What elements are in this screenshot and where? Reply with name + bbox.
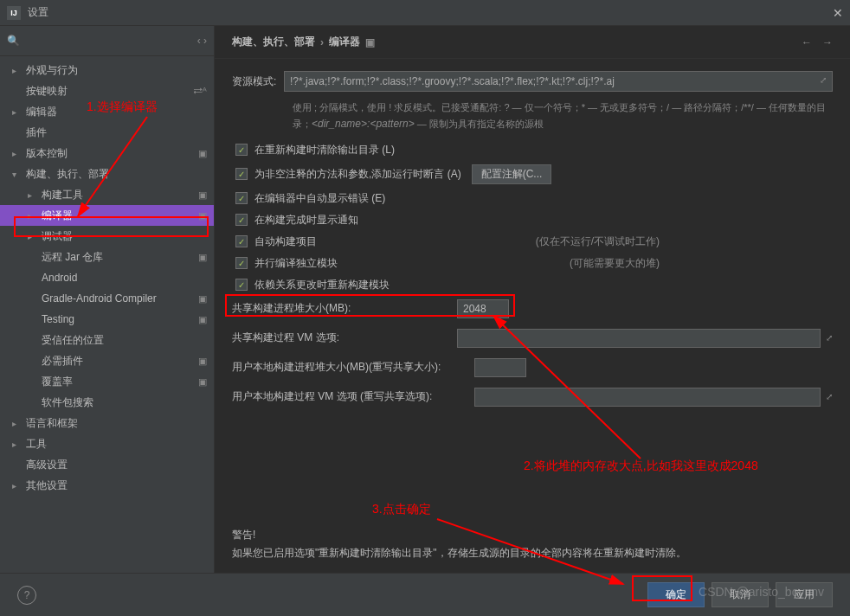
sidebar-item-label: Android	[42, 272, 207, 284]
module-badge-icon: ▣	[198, 210, 207, 221]
checkbox-row: ✓自动构建项目(仅在不运行/不调试时工作)	[232, 234, 833, 249]
breadcrumb-part: 构建、执行、部署	[232, 35, 315, 49]
pattern-label: 资源模式:	[232, 71, 284, 89]
sidebar-item[interactable]: 受信任的位置	[0, 330, 214, 350]
breadcrumb-badge: ▣	[365, 36, 375, 48]
sidebar-item[interactable]: 软件包搜索	[0, 392, 214, 413]
checkbox-row: ✓为非空注释的方法和参数,添加运行时断言 (A)配置注解(C...	[232, 164, 833, 184]
checkbox-note: (可能需要更大的堆)	[570, 256, 833, 271]
sidebar-item[interactable]: 高级设置	[0, 454, 214, 475]
checkbox-row: ✓在重新构建时清除输出目录 (L)	[232, 143, 833, 157]
checkbox-label: 在构建完成时显示通知	[254, 213, 358, 228]
sidebar-item-label: 构建工具	[42, 188, 195, 202]
module-badge-icon: ▣	[198, 314, 207, 325]
checkbox-label: 并行编译独立模块	[254, 256, 338, 271]
module-badge-icon: ▣	[198, 376, 207, 388]
sidebar-item[interactable]: ▸编译器▣	[0, 205, 214, 226]
module-badge-icon: ⮂ᴬ	[193, 86, 207, 97]
sidebar-item[interactable]: ▸其他设置	[0, 475, 214, 496]
sidebar-item[interactable]: Android	[0, 267, 214, 288]
back-icon[interactable]: ←	[802, 36, 812, 48]
vm-input[interactable]	[457, 329, 821, 348]
pattern-input[interactable]: !?*.java;!?*.form;!?*.class;!?*.groovy;!…	[284, 71, 833, 92]
checkbox-row: ✓并行编译独立模块(可能需要更大的堆)	[232, 256, 833, 271]
checkbox-row: ✓依赖关系更改时重新构建模块	[232, 278, 833, 292]
sidebar-item[interactable]: Testing▣	[0, 309, 214, 330]
chevron-icon: ▸	[12, 440, 23, 449]
titlebar: IJ 设置 ✕	[0, 0, 850, 26]
search-row: 🔍 ‹ ›	[0, 26, 214, 56]
module-badge-icon: ▣	[198, 293, 207, 305]
checkbox-label: 依赖关系更改时重新构建模块	[254, 278, 390, 292]
expand-icon[interactable]: ⤢	[826, 333, 833, 343]
user-heap-label: 用户本地构建进程堆大小(MB)(重写共享大小):	[232, 360, 474, 375]
warning-block: 警告! 如果您已启用选项"重新构建时清除输出目录"，存储生成源的目录的全部内容将…	[232, 528, 833, 561]
checkbox-row: ✓在构建完成时显示通知	[232, 213, 833, 228]
breadcrumb-part: 编译器	[329, 35, 360, 49]
configure-button[interactable]: 配置注解(C...	[472, 164, 552, 184]
forward-icon[interactable]: →	[822, 36, 833, 48]
checkbox-label: 自动构建项目	[254, 234, 317, 249]
checkbox[interactable]: ✓	[235, 144, 248, 156]
sidebar-item-label: 远程 Jar 仓库	[42, 250, 195, 265]
sidebar-item[interactable]: ▸工具	[0, 433, 214, 454]
sidebar-item[interactable]: 插件	[0, 122, 214, 143]
app-icon: IJ	[7, 6, 21, 20]
expand-icon[interactable]: ⤢	[826, 392, 833, 401]
checkbox[interactable]: ✓	[235, 192, 248, 204]
warning-text: 如果您已启用选项"重新构建时清除输出目录"，存储生成源的目录的全部内容将在重新构…	[232, 546, 833, 561]
chevron-icon: ▸	[12, 66, 23, 75]
checkbox[interactable]: ✓	[235, 214, 248, 226]
sidebar-item-label: 构建、执行、部署	[26, 167, 207, 182]
sidebar-item[interactable]: 按键映射⮂ᴬ	[0, 80, 214, 101]
window-title: 设置	[28, 5, 833, 20]
search-input[interactable]	[23, 31, 197, 50]
sidebar-item[interactable]: 覆盖率▣	[0, 371, 214, 392]
sidebar-item[interactable]: ▾构建、执行、部署	[0, 164, 214, 184]
breadcrumb-sep: ›	[320, 36, 324, 48]
sidebar-item[interactable]: ▸语言和框架	[0, 413, 214, 433]
checkbox[interactable]: ✓	[235, 257, 248, 269]
sidebar-item-label: 软件包搜索	[42, 395, 207, 410]
ok-button[interactable]: 确定	[647, 582, 705, 607]
chevron-icon: ▸	[28, 232, 38, 241]
search-nav-icons[interactable]: ‹ ›	[197, 35, 207, 47]
module-badge-icon: ▣	[198, 189, 207, 201]
sidebar-item[interactable]: 必需插件▣	[0, 350, 214, 371]
expand-icon[interactable]: ⤢	[820, 75, 827, 85]
heap-label: 共享构建进程堆大小(MB):	[232, 301, 457, 316]
content-panel: 构建、执行、部署 › 编译器 ▣ ← → 资源模式: !?*.java;!?*.…	[215, 26, 850, 573]
heap-input[interactable]	[457, 299, 509, 318]
sidebar-item-label: 外观与行为	[26, 63, 207, 78]
sidebar-item-label: 受信任的位置	[42, 333, 207, 348]
sidebar-item[interactable]: ▸外观与行为	[0, 60, 214, 80]
chevron-icon: ▸	[12, 149, 23, 158]
sidebar-item[interactable]: ▸调试器	[0, 226, 214, 247]
sidebar-item-label: 调试器	[42, 229, 207, 244]
vm-label: 共享构建过程 VM 选项:	[232, 330, 457, 345]
chevron-icon: ▸	[12, 419, 23, 428]
sidebar-item-label: 其他设置	[26, 478, 207, 493]
module-badge-icon: ▣	[198, 148, 207, 159]
checkbox[interactable]: ✓	[235, 168, 248, 180]
chevron-icon: ▸	[28, 211, 38, 221]
sidebar-item[interactable]: ▸编辑器	[0, 101, 214, 122]
user-vm-input[interactable]	[474, 388, 821, 407]
sidebar-item[interactable]: 远程 Jar 仓库▣	[0, 247, 214, 267]
warning-title: 警告!	[232, 528, 833, 542]
sidebar-item[interactable]: ▸版本控制▣	[0, 143, 214, 164]
pattern-hint: 使用 ; 分隔模式，使用 ! 求反模式。已接受通配符: ? — 仅一个符号；* …	[293, 100, 833, 132]
sidebar-item[interactable]: Gradle-Android Compiler▣	[0, 288, 214, 309]
sidebar-item-label: 版本控制	[26, 146, 195, 161]
sidebar-item-label: 编辑器	[26, 105, 207, 119]
sidebar-item[interactable]: ▸构建工具▣	[0, 184, 214, 205]
checkbox[interactable]: ✓	[235, 279, 248, 291]
chevron-icon: ▸	[12, 107, 23, 117]
help-icon[interactable]: ?	[17, 586, 36, 605]
checkbox[interactable]: ✓	[235, 235, 248, 247]
user-heap-input[interactable]	[474, 358, 526, 377]
chevron-icon: ▾	[12, 170, 23, 179]
sidebar-item-label: 插件	[26, 125, 207, 140]
checkbox-note: (仅在不运行/不调试时工作)	[536, 234, 833, 249]
close-icon[interactable]: ✕	[833, 6, 843, 20]
